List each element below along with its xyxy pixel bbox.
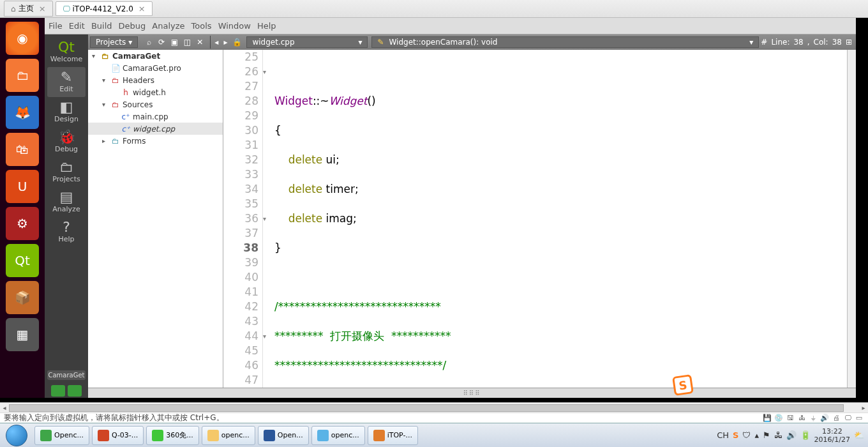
mode-projects[interactable]: 🗀Projects [47, 157, 86, 187]
tree-widget-cpp[interactable]: c⁺widget.cpp [88, 123, 223, 135]
vm-tab-session[interactable]: 🖵 iTOP-4412_V2.0 × [56, 1, 153, 16]
scrollbar-thumb[interactable] [9, 404, 844, 412]
mode-design[interactable]: ◧Design [47, 97, 86, 127]
menu-file[interactable]: File [49, 21, 63, 31]
lang-indicator[interactable]: CH [717, 430, 729, 440]
tree-main-cpp[interactable]: c⁺main.cpp [88, 110, 223, 123]
mode-analyze[interactable]: ▤Analyze [47, 187, 86, 217]
task-item[interactable]: openc... [202, 426, 255, 445]
close-icon[interactable]: × [138, 4, 146, 13]
app-icon [152, 430, 163, 441]
menu-analyze[interactable]: Analyze [152, 21, 184, 31]
firefox-icon[interactable]: 🦊 [6, 96, 39, 129]
menu-debug[interactable]: Debug [119, 21, 146, 31]
projects-dropdown[interactable]: Projects▾ [90, 36, 138, 48]
split-editor-icon[interactable]: ⊞ [846, 38, 852, 47]
menu-window[interactable]: Window [218, 21, 251, 31]
tree-forms[interactable]: ▸🗀Forms [88, 135, 223, 147]
tree-widget-h[interactable]: hwidget.h [88, 86, 223, 98]
start-button[interactable] [0, 423, 33, 448]
split-icon[interactable]: ◫ [182, 38, 192, 47]
code-line: delete ui; [274, 153, 847, 167]
tree-pro-file[interactable]: 📄CamaraGet.pro [88, 62, 223, 74]
workspace-switcher-icon[interactable]: ▦ [6, 318, 39, 351]
monitor-icon[interactable]: 🖵 [842, 414, 853, 422]
close-pane-icon[interactable]: ✕ [195, 38, 205, 47]
nav-back-icon[interactable]: ◂ [212, 38, 221, 47]
vm-tab-home[interactable]: ⌂ 主页 × [4, 1, 53, 17]
editor-vertical-scrollbar[interactable] [847, 50, 856, 388]
taskbar-clock[interactable]: 13:22 2016/1/27 [814, 427, 850, 444]
mode-help[interactable]: ?Help [47, 217, 86, 247]
chevron-up-icon[interactable]: ▴ [754, 430, 759, 440]
menu-build[interactable]: Build [91, 21, 112, 31]
collapse-icon[interactable]: ▣ [169, 38, 179, 47]
network-icon[interactable]: 🖧 [774, 430, 782, 440]
chevron-down-icon: ▾ [358, 38, 362, 47]
run-debug-icon[interactable] [68, 385, 82, 397]
mode-edit[interactable]: ✎Edit [47, 67, 86, 97]
flag-icon[interactable]: ⚑ [763, 430, 770, 440]
task-item[interactable]: Open... [258, 426, 309, 445]
vm-horizontal-scrollbar[interactable]: ◂ ▸ [0, 402, 868, 413]
settings-icon[interactable]: ⚙ [6, 207, 39, 240]
file-dropdown[interactable]: widget.cpp▾ [246, 36, 368, 48]
col-label: Col: [814, 38, 828, 47]
project-selector[interactable]: CamaraGet [47, 370, 86, 380]
tree-project-root[interactable]: ▾🗀CamaraGet [88, 50, 223, 62]
task-item[interactable]: Openc... [34, 426, 89, 445]
symbol-dropdown[interactable]: ✎Widget::openCamara(): void▾ [371, 36, 759, 48]
lock-icon[interactable]: 🔒 [230, 38, 244, 47]
software-center-icon[interactable]: 🛍 [6, 133, 39, 166]
sync-icon[interactable]: ⟳ [156, 38, 167, 47]
message-icon[interactable]: ▭ [854, 414, 864, 422]
vm-display: File Edit Build Debug Analyze Tools Wind… [0, 18, 868, 402]
tree-sources[interactable]: ▾🗀Sources [88, 98, 223, 110]
sogou-tray-icon[interactable]: S [733, 430, 738, 440]
code-body[interactable]: Widget::~Widget() { delete ui; delete ti… [274, 50, 847, 388]
pane-splitter[interactable]: ⠿⠿⠿ [88, 388, 856, 398]
scroll-left-icon[interactable]: ◂ [0, 403, 9, 413]
code-editor[interactable]: 252627 282930 313233 343536 373839 40414… [223, 50, 847, 388]
battery-icon[interactable]: 🔋 [800, 430, 811, 440]
usb-icon[interactable]: ⏚ [808, 414, 818, 422]
qtcreator-icon[interactable]: Qt [6, 244, 39, 277]
hdd-icon[interactable]: 💾 [762, 414, 772, 422]
task-item[interactable]: Q-03-... [92, 426, 144, 445]
task-item[interactable]: 360免... [146, 426, 199, 445]
scroll-right-icon[interactable]: ▸ [859, 403, 868, 413]
fold-icon[interactable]: ▾ [263, 64, 266, 79]
task-item[interactable]: openc... [311, 426, 365, 445]
files-icon[interactable]: 🗀 [6, 59, 39, 92]
code-line: /****************************** [274, 299, 847, 314]
code-line: { [274, 123, 847, 138]
ubuntu-one-icon[interactable]: U [6, 170, 39, 203]
menu-tools[interactable]: Tools [191, 21, 212, 31]
clock-time: 13:22 [814, 427, 850, 436]
weather-icon[interactable]: ⛅ [854, 430, 864, 440]
code-line: *******************************/ [274, 358, 847, 373]
mode-welcome[interactable]: QtWelcome [47, 37, 86, 67]
dash-icon[interactable]: ◉ [6, 22, 39, 55]
fold-icon[interactable]: ▾ [263, 329, 266, 344]
floppy-icon[interactable]: 🖫 [785, 414, 795, 422]
close-icon[interactable]: × [39, 4, 46, 13]
qtcreator-menubar: File Edit Build Debug Analyze Tools Wind… [45, 18, 856, 34]
filter-icon[interactable]: ⌕ [144, 38, 154, 47]
run-icon[interactable] [51, 385, 65, 397]
shield-icon[interactable]: 🛡 [742, 430, 751, 440]
fold-icon[interactable]: ▾ [263, 211, 266, 226]
mode-debug[interactable]: 🐞Debug [47, 127, 86, 157]
package-icon[interactable]: 📦 [6, 281, 39, 314]
volume-icon[interactable]: 🔊 [786, 430, 797, 440]
sound-icon[interactable]: 🔊 [819, 414, 830, 422]
menu-help[interactable]: Help [257, 21, 276, 31]
task-item[interactable]: iTOP-... [368, 426, 418, 445]
net-icon[interactable]: 🖧 [797, 414, 807, 422]
nav-fwd-icon[interactable]: ▸ [221, 38, 230, 47]
printer-icon[interactable]: 🖨 [831, 414, 841, 422]
menu-edit[interactable]: Edit [69, 21, 85, 31]
sogou-ime-icon[interactable]: S [672, 374, 694, 396]
tree-headers[interactable]: ▾🗀Headers [88, 74, 223, 86]
cd-icon[interactable]: 💿 [774, 414, 784, 422]
